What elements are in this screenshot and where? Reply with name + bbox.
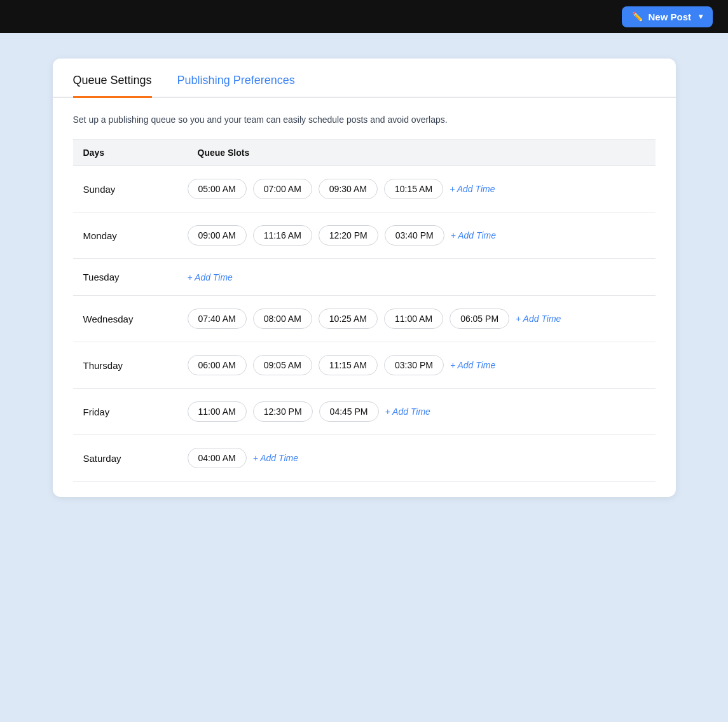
- col-days-label: Days: [73, 148, 188, 158]
- add-time-button[interactable]: + Add Time: [188, 272, 233, 282]
- time-slot[interactable]: 06:00 AM: [188, 355, 247, 375]
- time-slot[interactable]: 09:30 AM: [319, 179, 378, 199]
- time-slots-container: + Add Time: [188, 272, 656, 282]
- day-name: Tuesday: [73, 272, 188, 282]
- table-row: Sunday05:00 AM07:00 AM09:30 AM10:15 AM+ …: [73, 166, 656, 212]
- time-slot[interactable]: 12:20 PM: [319, 225, 378, 246]
- time-slots-container: 11:00 AM12:30 PM04:45 PM+ Add Time: [188, 401, 656, 422]
- new-post-label: New Post: [648, 11, 691, 22]
- time-slot[interactable]: 03:40 PM: [385, 225, 444, 246]
- edit-icon: ✏️: [632, 11, 643, 22]
- day-name: Sunday: [73, 184, 188, 195]
- chevron-down-icon: ▾: [699, 12, 703, 21]
- new-post-button[interactable]: ✏️ New Post ▾: [622, 6, 713, 27]
- col-slots-label: Queue Slots: [188, 148, 656, 158]
- time-slots-container: 04:00 AM+ Add Time: [188, 448, 656, 468]
- time-slot[interactable]: 04:00 AM: [188, 448, 247, 468]
- table-row: Thursday06:00 AM09:05 AM11:15 AM03:30 PM…: [73, 342, 656, 389]
- table-header: Days Queue Slots: [73, 139, 656, 166]
- top-bar: ✏️ New Post ▾: [0, 0, 728, 33]
- day-name: Wednesday: [73, 314, 188, 324]
- day-name: Thursday: [73, 360, 188, 371]
- day-name: Saturday: [73, 453, 188, 464]
- time-slot[interactable]: 05:00 AM: [188, 179, 247, 199]
- time-slots-container: 05:00 AM07:00 AM09:30 AM10:15 AM+ Add Ti…: [188, 179, 656, 199]
- time-slot[interactable]: 07:00 AM: [253, 179, 312, 199]
- tab-publishing-preferences[interactable]: Publishing Preferences: [177, 59, 295, 98]
- main-container: Queue Settings Publishing Preferences Se…: [21, 33, 708, 522]
- card-body: Set up a publishing queue so you and you…: [53, 98, 676, 497]
- table-row: Tuesday+ Add Time: [73, 259, 656, 296]
- time-slot[interactable]: 03:30 PM: [384, 355, 444, 375]
- add-time-button[interactable]: + Add Time: [451, 230, 496, 240]
- settings-card: Queue Settings Publishing Preferences Se…: [53, 59, 676, 497]
- time-slot[interactable]: 08:00 AM: [253, 309, 312, 329]
- tabs-bar: Queue Settings Publishing Preferences: [53, 59, 676, 98]
- time-slot[interactable]: 09:05 AM: [253, 355, 312, 375]
- time-slot[interactable]: 11:15 AM: [319, 355, 378, 375]
- day-name: Monday: [73, 230, 188, 241]
- schedule-table: Sunday05:00 AM07:00 AM09:30 AM10:15 AM+ …: [73, 166, 656, 482]
- time-slot[interactable]: 11:00 AM: [384, 309, 443, 329]
- add-time-button[interactable]: + Add Time: [450, 184, 495, 194]
- time-slots-container: 06:00 AM09:05 AM11:15 AM03:30 PM+ Add Ti…: [188, 355, 656, 375]
- time-slot[interactable]: 10:15 AM: [384, 179, 443, 199]
- time-slot[interactable]: 07:40 AM: [188, 309, 247, 329]
- day-name: Friday: [73, 406, 188, 417]
- time-slot[interactable]: 04:45 PM: [319, 401, 379, 422]
- add-time-button[interactable]: + Add Time: [385, 406, 430, 417]
- time-slot[interactable]: 11:00 AM: [188, 401, 247, 422]
- table-row: Monday09:00 AM11:16 AM12:20 PM03:40 PM+ …: [73, 212, 656, 259]
- table-row: Friday11:00 AM12:30 PM04:45 PM+ Add Time: [73, 389, 656, 435]
- table-row: Saturday04:00 AM+ Add Time: [73, 435, 656, 482]
- add-time-button[interactable]: + Add Time: [450, 360, 495, 370]
- description-text: Set up a publishing queue so you and you…: [73, 113, 656, 127]
- time-slots-container: 09:00 AM11:16 AM12:20 PM03:40 PM+ Add Ti…: [188, 225, 656, 246]
- time-slot[interactable]: 09:00 AM: [188, 225, 247, 246]
- time-slot[interactable]: 12:30 PM: [253, 401, 313, 422]
- time-slot[interactable]: 10:25 AM: [319, 309, 378, 329]
- add-time-button[interactable]: + Add Time: [516, 314, 561, 324]
- time-slot[interactable]: 06:05 PM: [450, 309, 509, 329]
- time-slots-container: 07:40 AM08:00 AM10:25 AM11:00 AM06:05 PM…: [188, 309, 656, 329]
- time-slot[interactable]: 11:16 AM: [253, 225, 312, 246]
- table-row: Wednesday07:40 AM08:00 AM10:25 AM11:00 A…: [73, 296, 656, 342]
- add-time-button[interactable]: + Add Time: [253, 453, 298, 463]
- tab-queue-settings[interactable]: Queue Settings: [73, 59, 152, 98]
